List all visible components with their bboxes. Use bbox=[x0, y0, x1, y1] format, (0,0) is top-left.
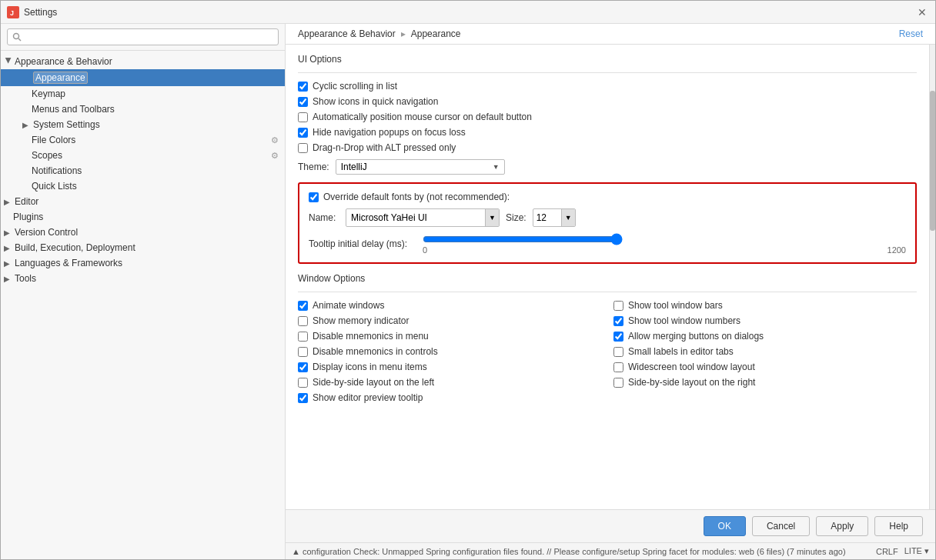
widescreen-label: Widescreen tool window layout bbox=[628, 362, 755, 372]
search-input[interactable] bbox=[7, 28, 279, 45]
sidebar-item-tools[interactable]: ▶ Tools bbox=[1, 271, 285, 286]
hide-nav-row: Hide navigation popups on focus loss bbox=[298, 127, 917, 138]
window-options-title: Window Options bbox=[298, 273, 917, 284]
tooltip-row: Tooltip initial delay (ms): 0 1200 bbox=[309, 233, 906, 255]
font-name-row: Name: ▼ Size: ▼ bbox=[309, 208, 906, 227]
disable-mnemonics-menu-label: Disable mnemonics in menu bbox=[313, 331, 429, 342]
override-fonts-checkbox[interactable] bbox=[309, 192, 319, 202]
sidebar-item-file-colors[interactable]: File Colors ⚙ bbox=[1, 132, 285, 148]
search-box bbox=[1, 24, 285, 51]
show-editor-preview-row: Show editor preview tooltip bbox=[298, 392, 917, 403]
theme-row: Theme: IntelliJ ▼ bbox=[298, 159, 917, 175]
sidebar-item-plugins[interactable]: Plugins bbox=[1, 209, 285, 225]
apply-button[interactable]: Apply bbox=[816, 516, 868, 536]
breadcrumb-part2: Appearance bbox=[411, 28, 461, 39]
size-input[interactable] bbox=[533, 211, 561, 225]
side-by-side-right-row: Side-by-side layout on the right bbox=[613, 377, 917, 388]
ok-button[interactable]: OK bbox=[704, 516, 746, 536]
tooltip-slider[interactable] bbox=[423, 233, 623, 245]
show-memory-checkbox[interactable] bbox=[298, 316, 308, 326]
sidebar-item-appearance[interactable]: Appearance bbox=[1, 69, 285, 86]
sidebar-item-build-execution[interactable]: ▶ Build, Execution, Deployment bbox=[1, 240, 285, 255]
close-button[interactable]: ✕ bbox=[915, 5, 929, 19]
font-name-input[interactable] bbox=[346, 211, 485, 225]
sidebar-item-label: Menus and Toolbars bbox=[32, 104, 115, 115]
animate-windows-row: Animate windows bbox=[298, 300, 601, 311]
drag-drop-checkbox[interactable] bbox=[298, 143, 308, 153]
scrollbar-thumb[interactable] bbox=[930, 91, 935, 230]
font-name-dropdown-btn[interactable]: ▼ bbox=[485, 209, 499, 226]
sidebar-item-label: Notifications bbox=[32, 165, 82, 176]
size-dropdown-btn[interactable]: ▼ bbox=[561, 209, 575, 226]
display-icons-checkbox[interactable] bbox=[298, 362, 308, 372]
app-icon: J bbox=[7, 6, 19, 18]
hide-nav-checkbox[interactable] bbox=[298, 128, 308, 138]
allow-merging-checkbox[interactable] bbox=[613, 332, 623, 342]
small-labels-checkbox[interactable] bbox=[613, 347, 623, 357]
window-options-grid: Animate windows Show tool window bars Sh… bbox=[298, 300, 917, 392]
main-content: ▶ Appearance & Behavior Appearance Keyma… bbox=[1, 24, 935, 559]
size-label: Size: bbox=[506, 212, 526, 223]
cyclic-scrolling-row: Cyclic scrolling in list bbox=[298, 81, 917, 92]
sidebar-item-label: Keymap bbox=[32, 88, 65, 99]
disable-mnemonics-menu-checkbox[interactable] bbox=[298, 332, 308, 342]
sidebar-item-label: Languages & Frameworks bbox=[15, 258, 122, 268]
sidebar-item-label: Version Control bbox=[15, 227, 78, 238]
disable-mnemonics-controls-checkbox[interactable] bbox=[298, 347, 308, 357]
sidebar-item-menus-toolbars[interactable]: Menus and Toolbars bbox=[1, 102, 285, 117]
sidebar-item-languages-frameworks[interactable]: ▶ Languages & Frameworks bbox=[1, 255, 285, 271]
disable-mnemonics-controls-label: Disable mnemonics in controls bbox=[313, 346, 438, 357]
sidebar-item-label: Quick Lists bbox=[32, 181, 77, 192]
sidebar-item-keymap[interactable]: Keymap bbox=[1, 86, 285, 102]
sidebar-item-appearance-behavior[interactable]: ▶ Appearance & Behavior bbox=[1, 54, 285, 69]
reset-link[interactable]: Reset bbox=[899, 28, 923, 39]
show-editor-preview-checkbox[interactable] bbox=[298, 393, 308, 403]
settings-content: UI Options Cyclic scrolling in list Show… bbox=[286, 45, 929, 509]
title-bar: J Settings ✕ bbox=[1, 1, 935, 24]
sidebar: ▶ Appearance & Behavior Appearance Keyma… bbox=[1, 24, 286, 559]
side-by-side-left-checkbox[interactable] bbox=[298, 378, 308, 388]
show-tool-bars-checkbox[interactable] bbox=[613, 301, 623, 311]
breadcrumb-arrow: ▸ bbox=[401, 28, 406, 39]
show-tool-numbers-checkbox[interactable] bbox=[613, 316, 623, 326]
side-by-side-right-checkbox[interactable] bbox=[613, 378, 623, 388]
animate-windows-label: Animate windows bbox=[313, 300, 384, 311]
help-button[interactable]: Help bbox=[874, 516, 923, 536]
sidebar-item-editor[interactable]: ▶ Editor bbox=[1, 194, 285, 209]
sidebar-item-label: Build, Execution, Deployment bbox=[15, 242, 135, 253]
sidebar-item-notifications[interactable]: Notifications bbox=[1, 163, 285, 178]
slider-max-label: 1200 bbox=[888, 245, 906, 255]
show-tool-bars-label: Show tool window bars bbox=[628, 300, 723, 311]
allow-merging-label: Allow merging buttons on dialogs bbox=[628, 331, 764, 342]
show-icons-checkbox[interactable] bbox=[298, 97, 308, 107]
button-bar: OK Cancel Apply Help bbox=[286, 509, 935, 542]
cyclic-scrolling-checkbox[interactable] bbox=[298, 82, 308, 92]
breadcrumb-part1: Appearance & Behavior bbox=[298, 28, 396, 39]
theme-dropdown-wrap: IntelliJ ▼ bbox=[336, 159, 505, 175]
sidebar-item-label: Appearance bbox=[33, 72, 88, 84]
sidebar-item-quick-lists[interactable]: Quick Lists bbox=[1, 178, 285, 194]
dropdown-arrow-icon: ▼ bbox=[493, 163, 500, 171]
show-icons-label: Show icons in quick navigation bbox=[313, 96, 438, 107]
sidebar-item-system-settings[interactable]: ▶ System Settings bbox=[1, 117, 285, 132]
animate-windows-checkbox[interactable] bbox=[298, 301, 308, 311]
override-checkbox-row: Override default fonts by (not recommend… bbox=[309, 192, 906, 202]
cancel-button[interactable]: Cancel bbox=[752, 516, 810, 536]
widescreen-checkbox[interactable] bbox=[613, 362, 623, 372]
sidebar-item-version-control[interactable]: ▶ Version Control bbox=[1, 225, 285, 240]
main-panel: Appearance & Behavior ▸ Appearance Reset… bbox=[286, 24, 935, 559]
expand-arrow-icon: ▶ bbox=[4, 275, 13, 283]
status-text: ▲ configuration Check: Unmapped Spring c… bbox=[292, 547, 876, 556]
slider-min-label: 0 bbox=[423, 245, 427, 255]
show-icons-row: Show icons in quick navigation bbox=[298, 96, 917, 107]
sidebar-item-scopes[interactable]: Scopes ⚙ bbox=[1, 148, 285, 163]
sidebar-item-label: Tools bbox=[15, 273, 36, 284]
auto-position-checkbox[interactable] bbox=[298, 112, 308, 122]
theme-select[interactable]: IntelliJ ▼ bbox=[336, 159, 505, 175]
expand-arrow-icon: ▶ bbox=[4, 198, 13, 206]
font-name-label: Name: bbox=[309, 212, 339, 223]
small-labels-row: Small labels in editor tabs bbox=[613, 346, 917, 357]
auto-position-row: Automatically position mouse cursor on d… bbox=[298, 112, 917, 122]
scrollbar[interactable] bbox=[929, 45, 935, 509]
display-icons-label: Display icons in menu items bbox=[313, 362, 427, 372]
